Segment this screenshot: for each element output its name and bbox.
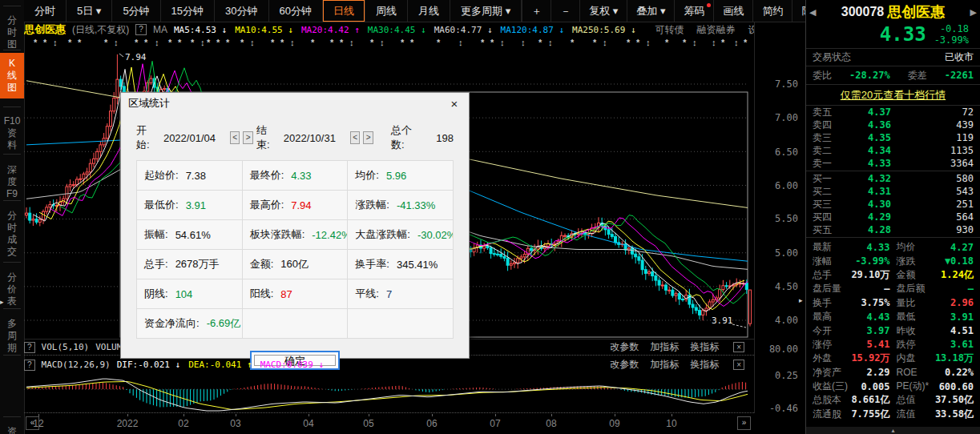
period-button[interactable]: 5日 ▾ bbox=[67, 0, 112, 22]
event-marker-icon[interactable]: * bbox=[240, 38, 244, 47]
event-marker-icon[interactable]: * bbox=[216, 38, 220, 47]
event-marker-icon[interactable]: ↕ bbox=[734, 38, 739, 47]
event-marker-icon[interactable]: ↕ bbox=[692, 38, 697, 47]
sidebar-tab[interactable]: 多 周 期 bbox=[0, 313, 24, 359]
event-marker-icon[interactable]: * bbox=[571, 38, 574, 47]
event-marker-icon[interactable]: ↕ bbox=[250, 38, 255, 47]
event-marker-icon[interactable]: * bbox=[78, 38, 81, 47]
indicator-link[interactable]: 改参数 bbox=[610, 340, 639, 354]
period-button[interactable]: 分时 bbox=[24, 0, 67, 22]
event-marker-icon[interactable]: * bbox=[665, 38, 668, 47]
event-marker-icon[interactable]: * bbox=[280, 38, 284, 47]
right-splitter-arrow[interactable]: ▸ bbox=[799, 296, 803, 304]
indicator-link[interactable]: 加指标 bbox=[650, 358, 679, 372]
left-splitter-arrow[interactable]: ▸ bbox=[0, 298, 4, 306]
toolbar-button[interactable]: 筹码 bbox=[674, 0, 713, 22]
event-marker-icon[interactable]: * bbox=[538, 38, 542, 47]
next-stock-icon[interactable]: ▶ bbox=[970, 7, 977, 18]
help-icon[interactable]: ? bbox=[24, 360, 35, 371]
help-icon[interactable]: ? bbox=[135, 24, 147, 35]
event-marker-icon[interactable]: * bbox=[410, 38, 413, 47]
sidebar-tab[interactable]: 资 金 bbox=[0, 421, 24, 434]
dialog-titlebar[interactable]: 区域统计 × bbox=[121, 93, 469, 114]
start-date-prev-button[interactable]: < bbox=[230, 131, 240, 144]
event-marker-icon[interactable]: ↕ bbox=[458, 38, 463, 47]
event-marker-icon[interactable]: ↕ bbox=[500, 38, 505, 47]
event-marker-icon[interactable]: * bbox=[43, 38, 46, 47]
event-marker-icon[interactable]: ↕ bbox=[200, 38, 205, 47]
period-button[interactable]: 15分钟 bbox=[161, 0, 215, 22]
panel-collapse-handle[interactable]: ▴ bbox=[806, 427, 980, 434]
period-button[interactable]: 更多周期 ▾ bbox=[450, 0, 522, 22]
event-marker-icon[interactable]: * bbox=[437, 38, 440, 47]
sell-level-row[interactable]: 卖二 4.34 1135 bbox=[806, 144, 980, 157]
event-marker-icon[interactable]: * bbox=[401, 38, 404, 47]
macd-pane[interactable]: ? MACD(12,26,9) DIF:-0.021 ↓ DEA:-0.041 … bbox=[24, 356, 754, 413]
event-marker-icon[interactable]: * bbox=[191, 38, 194, 47]
event-marker-icon[interactable]: * bbox=[226, 38, 229, 47]
period-button[interactable]: 周线 bbox=[365, 0, 408, 22]
scroll-right-button[interactable]: » bbox=[737, 416, 751, 430]
event-marker-icon[interactable]: * bbox=[68, 38, 71, 47]
event-marker-icon[interactable]: * bbox=[178, 38, 181, 47]
period-button[interactable]: 5分钟 bbox=[112, 0, 160, 22]
event-marker-icon[interactable]: * bbox=[683, 38, 686, 47]
toolbar-button[interactable]: ＋ bbox=[522, 0, 550, 22]
sell-level-row[interactable]: 卖四 4.36 439 bbox=[806, 119, 980, 131]
promo-banner[interactable]: 仅需20元查看十档行情 bbox=[806, 84, 980, 106]
event-marker-icon[interactable]: ↕ bbox=[712, 38, 716, 47]
event-marker-icon[interactable]: ↕ bbox=[380, 38, 385, 47]
event-marker-icon[interactable]: ↕ bbox=[646, 38, 651, 47]
prev-stock-icon[interactable]: ◀ bbox=[809, 7, 816, 18]
event-marker-icon[interactable]: * bbox=[144, 38, 147, 47]
buy-level-row[interactable]: 买三 4.30 251 bbox=[806, 198, 980, 211]
period-button[interactable]: 30分钟 bbox=[215, 0, 268, 22]
event-marker-icon[interactable]: * bbox=[34, 38, 37, 47]
event-marker-icon[interactable]: * bbox=[481, 38, 484, 47]
event-marker-icon[interactable]: * bbox=[593, 38, 596, 47]
event-marker-icon[interactable]: * bbox=[207, 38, 210, 47]
dialog-close-icon[interactable]: × bbox=[447, 97, 462, 111]
toolbar-button[interactable]: － bbox=[550, 0, 579, 22]
event-marker-icon[interactable]: * bbox=[135, 38, 138, 47]
toolbar-button[interactable]: 叠加 ▾ bbox=[627, 0, 674, 22]
event-marker-icon[interactable]: ↕ bbox=[548, 38, 553, 47]
sidebar-tab[interactable]: 分 时 成 交 bbox=[0, 205, 24, 263]
period-button[interactable]: 日线 bbox=[323, 0, 365, 22]
indicator-link[interactable]: 换指标 bbox=[690, 358, 719, 372]
sell-level-row[interactable]: 卖五 4.37 72 bbox=[806, 106, 980, 119]
event-marker-icon[interactable]: ↕ bbox=[290, 38, 295, 47]
event-marker-icon[interactable]: ↕ bbox=[521, 38, 526, 47]
indicator-link[interactable]: 改参数 bbox=[610, 358, 639, 372]
chart-link[interactable]: 设置均线 ▾ bbox=[748, 23, 754, 37]
event-marker-icon[interactable]: * bbox=[721, 38, 724, 47]
chart-link[interactable]: 融资融券 bbox=[697, 23, 736, 37]
end-date-prev-button[interactable]: < bbox=[350, 131, 360, 144]
event-marker-icon[interactable]: * bbox=[330, 38, 333, 47]
start-date-next-button[interactable]: > bbox=[243, 131, 252, 144]
help-icon[interactable]: ? bbox=[24, 342, 35, 353]
chart-link[interactable]: 可转债 bbox=[655, 23, 684, 37]
event-marker-icon[interactable]: ↕ bbox=[53, 38, 58, 47]
event-marker-icon[interactable]: * bbox=[627, 38, 630, 47]
event-marker-icon[interactable]: ↕ bbox=[603, 38, 607, 47]
toolbar-button[interactable]: 画线 bbox=[713, 0, 752, 22]
event-marker-icon[interactable]: * bbox=[490, 38, 494, 47]
buy-level-row[interactable]: 买四 4.29 564 bbox=[806, 211, 980, 223]
event-marker-icon[interactable]: * bbox=[340, 38, 343, 47]
buy-level-row[interactable]: 买二 4.31 543 bbox=[806, 185, 980, 198]
sidebar-tab[interactable]: K 线 图 bbox=[0, 53, 24, 98]
indicator-link[interactable]: 换指标 bbox=[690, 340, 719, 354]
sidebar-tab[interactable]: F10 资 料 bbox=[0, 111, 24, 156]
event-marker-icon[interactable]: * bbox=[104, 38, 107, 47]
buy-level-row[interactable]: 买五 4.28 930 bbox=[806, 223, 980, 236]
buy-level-row[interactable]: 买一 4.32 580 bbox=[806, 172, 980, 185]
event-marker-icon[interactable]: * bbox=[636, 38, 639, 47]
event-marker-icon[interactable]: * bbox=[370, 38, 373, 47]
close-indicator-icon[interactable]: × bbox=[733, 360, 744, 370]
event-marker-icon[interactable]: * bbox=[168, 38, 171, 47]
sidebar-tab[interactable]: 分 时 图 bbox=[0, 10, 24, 55]
event-marker-icon[interactable]: * bbox=[271, 38, 274, 47]
sell-level-row[interactable]: 卖三 4.35 119 bbox=[806, 131, 980, 144]
period-button[interactable]: 60分钟 bbox=[269, 0, 323, 22]
